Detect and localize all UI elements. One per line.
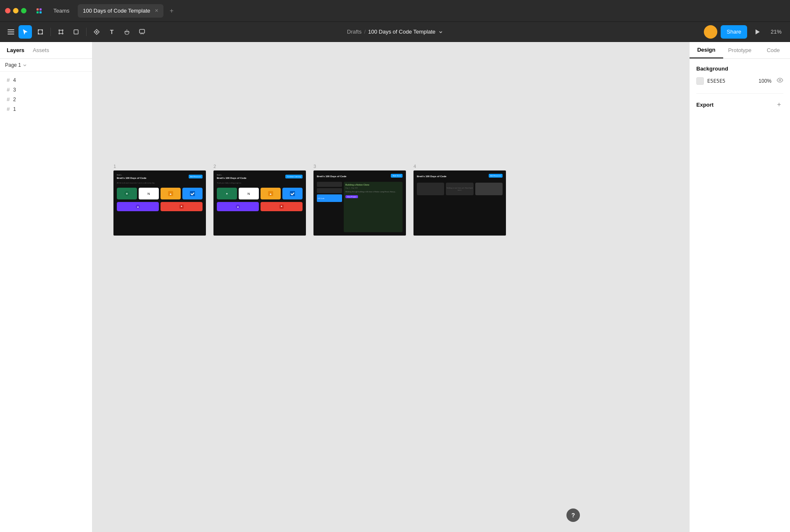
svg-rect-39: [290, 191, 295, 196]
opacity-value[interactable]: 100%: [758, 78, 772, 84]
svg-text:N: N: [248, 192, 250, 196]
visibility-icon[interactable]: [777, 77, 783, 85]
layer-hash-icon: #: [7, 96, 10, 102]
export-section: Export +: [696, 93, 783, 109]
zoom-level[interactable]: 21%: [767, 25, 785, 39]
svg-rect-1: [40, 8, 42, 10]
svg-rect-20: [140, 29, 145, 33]
layers-list: # 4 # 3 # 2 # 1: [0, 72, 92, 117]
export-add-button[interactable]: +: [775, 100, 783, 109]
frame-2-thumb[interactable]: Brett's Brett's 100 Days of Code Continu…: [213, 170, 306, 236]
layer-item-4[interactable]: # 4: [0, 75, 92, 85]
menu-icon[interactable]: [5, 27, 17, 37]
tab-layers[interactable]: Layers: [3, 45, 28, 55]
current-file-name[interactable]: 100 Days of Code Template: [368, 29, 435, 35]
hamburger-line-2: [8, 31, 14, 32]
right-panel-tabs: Design Prototype Code: [690, 42, 790, 59]
frame-4-wrapper: 4 Brett's 100 Days of Code Add Resource: [413, 164, 506, 236]
chevron-down-icon[interactable]: [438, 29, 443, 34]
user-avatar[interactable]: [704, 25, 717, 39]
move-tool-button[interactable]: [18, 25, 32, 39]
page-selector[interactable]: Page 1: [0, 59, 92, 72]
close-button[interactable]: [5, 8, 11, 13]
page-label[interactable]: Page 1: [5, 62, 27, 68]
tab-design[interactable]: Design: [690, 42, 723, 58]
svg-rect-6: [42, 29, 43, 31]
color-swatch[interactable]: [696, 77, 704, 85]
layer-item-1[interactable]: # 1: [0, 104, 92, 114]
tab-code[interactable]: Code: [756, 42, 790, 58]
hand-tool-button[interactable]: [120, 25, 134, 39]
svg-rect-2: [37, 11, 39, 13]
layer-item-3[interactable]: # 3: [0, 85, 92, 94]
tab-current-file[interactable]: 100 Days of Code Template ✕: [78, 4, 163, 18]
export-label: Export: [696, 102, 714, 108]
svg-rect-9: [59, 30, 63, 34]
tab-file-label: 100 Days of Code Template: [83, 8, 150, 14]
svg-text:N: N: [147, 192, 150, 196]
main-layout: Layers Assets Page 1 # 4 # 3 # 2: [0, 42, 790, 532]
layer-item-2[interactable]: # 2: [0, 94, 92, 104]
frame-2-wrapper: 2 Brett's Brett's 100 Days of Code Conti…: [213, 164, 306, 236]
color-hex-value[interactable]: E5E5E5: [707, 78, 725, 84]
toolbar: T Drafts / 100 Days of Code Template Sha…: [0, 22, 790, 42]
svg-rect-0: [37, 8, 39, 10]
canvas[interactable]: 1 Brett's Brett's 100 Days of Code Add R…: [92, 42, 689, 532]
frame-3-number: 3: [313, 164, 406, 169]
tab-close-icon[interactable]: ✕: [155, 8, 158, 13]
frame-tool-button[interactable]: [54, 25, 68, 39]
hamburger-line-1: [8, 29, 14, 30]
svg-point-19: [96, 31, 97, 33]
minimize-button[interactable]: [13, 8, 18, 13]
frame-1-thumb[interactable]: Brett's Brett's 100 Days of Code Add Res…: [113, 170, 206, 236]
svg-rect-7: [38, 33, 39, 34]
frame-3-thumb[interactable]: Brett's 100 Days of Code Mark Done VS Co…: [313, 170, 406, 236]
tab-assets[interactable]: Assets: [29, 45, 53, 55]
svg-marker-21: [756, 29, 760, 34]
title-bar: Teams 100 Days of Code Template ✕ +: [0, 0, 790, 22]
svg-rect-28: [190, 191, 195, 196]
toolbar-divider-2: [86, 28, 87, 36]
layer-hash-icon: #: [7, 86, 10, 93]
page-name: Page 1: [5, 62, 21, 68]
background-section-label: Background: [696, 66, 783, 72]
scale-tool-button[interactable]: [34, 25, 47, 39]
help-button[interactable]: ?: [566, 508, 580, 522]
svg-rect-18: [74, 30, 78, 34]
panel-tabs: Layers Assets: [0, 42, 92, 59]
right-panel: Design Prototype Code Background E5E5E5 …: [689, 42, 790, 532]
svg-text:✦: ✦: [180, 205, 183, 208]
add-tab-button[interactable]: +: [167, 6, 177, 16]
shape-tool-button[interactable]: [69, 25, 83, 39]
tab-teams-label: Teams: [53, 8, 69, 14]
toolbar-center: Drafts / 100 Days of Code Template: [347, 29, 443, 35]
maximize-button[interactable]: [21, 8, 26, 13]
comment-tool-button[interactable]: [135, 25, 149, 39]
present-button[interactable]: [750, 25, 764, 39]
share-button[interactable]: Share: [721, 25, 747, 39]
svg-text:✦: ✦: [226, 192, 228, 195]
frame-2-number: 2: [213, 164, 306, 169]
left-panel: Layers Assets Page 1 # 4 # 3 # 2: [0, 42, 92, 532]
pen-tool-button[interactable]: [90, 25, 103, 39]
frame-1-number: 1: [113, 164, 206, 169]
frames-container: 1 Brett's Brett's 100 Days of Code Add R…: [113, 164, 506, 236]
text-tool-button[interactable]: T: [105, 25, 118, 39]
breadcrumb-drafts[interactable]: Drafts: [347, 29, 362, 35]
tab-prototype[interactable]: Prototype: [723, 42, 757, 58]
layer-hash-icon: #: [7, 106, 10, 112]
svg-text:●: ●: [137, 205, 139, 208]
background-color-row: E5E5E5 100%: [696, 77, 783, 85]
svg-rect-8: [42, 33, 43, 34]
svg-text:▲: ▲: [169, 192, 172, 195]
right-panel-content: Background E5E5E5 100% Export +: [690, 59, 790, 115]
svg-text:✦: ✦: [280, 205, 283, 208]
frame-4-thumb[interactable]: Brett's 100 Days of Code Add Resource No…: [413, 170, 506, 236]
window-controls: [5, 8, 26, 13]
hamburger-line-3: [8, 34, 14, 34]
page-chevron-icon: [23, 63, 27, 67]
tab-teams[interactable]: Teams: [48, 4, 74, 18]
frame-3-wrapper: 3 Brett's 100 Days of Code Mark Done: [313, 164, 406, 236]
svg-point-44: [779, 79, 781, 81]
layer-label-4: 4: [13, 77, 16, 83]
